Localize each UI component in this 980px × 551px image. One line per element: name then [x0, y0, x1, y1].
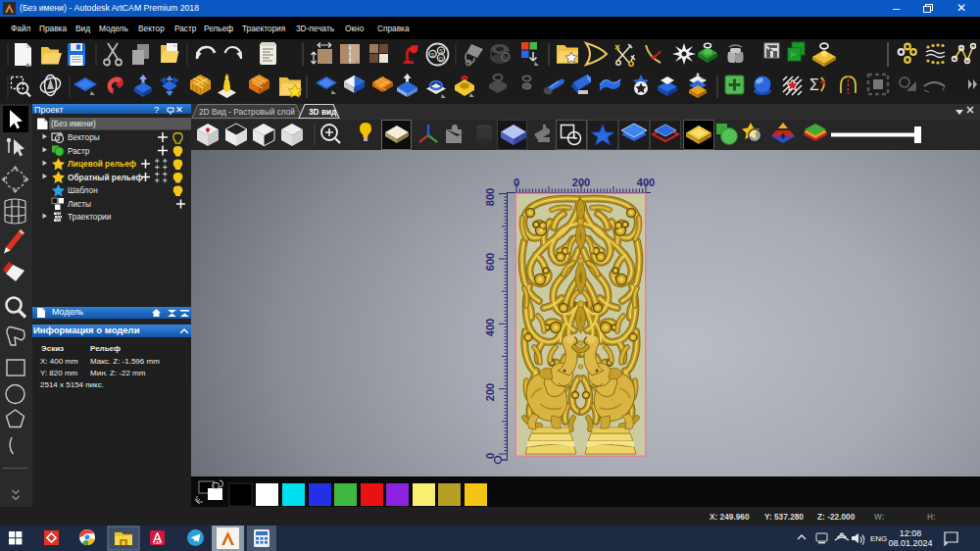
svg-text:600: 600	[484, 253, 496, 271]
svg-text:S: S	[430, 52, 434, 58]
svg-text:0: 0	[484, 453, 496, 459]
svg-text:D: D	[439, 56, 444, 62]
svg-text:200: 200	[572, 176, 590, 188]
svg-text:S: S	[439, 48, 443, 54]
svg-text:Σ: Σ	[809, 76, 819, 93]
svg-text:3D вид: 3D вид	[309, 107, 337, 117]
svg-text:400: 400	[484, 319, 496, 336]
svg-text:400: 400	[637, 176, 655, 188]
svg-text:CAD: CAD	[153, 540, 162, 545]
svg-text:ENG: ENG	[870, 534, 887, 543]
svg-text:0: 0	[514, 176, 519, 188]
svg-text:08.01.2024: 08.01.2024	[888, 538, 932, 548]
svg-text:200: 200	[484, 383, 496, 401]
svg-text:12:08: 12:08	[900, 528, 922, 538]
svg-text:2D Вид - Растровый слой: 2D Вид - Растровый слой	[199, 107, 295, 117]
svg-text:800: 800	[484, 188, 496, 206]
